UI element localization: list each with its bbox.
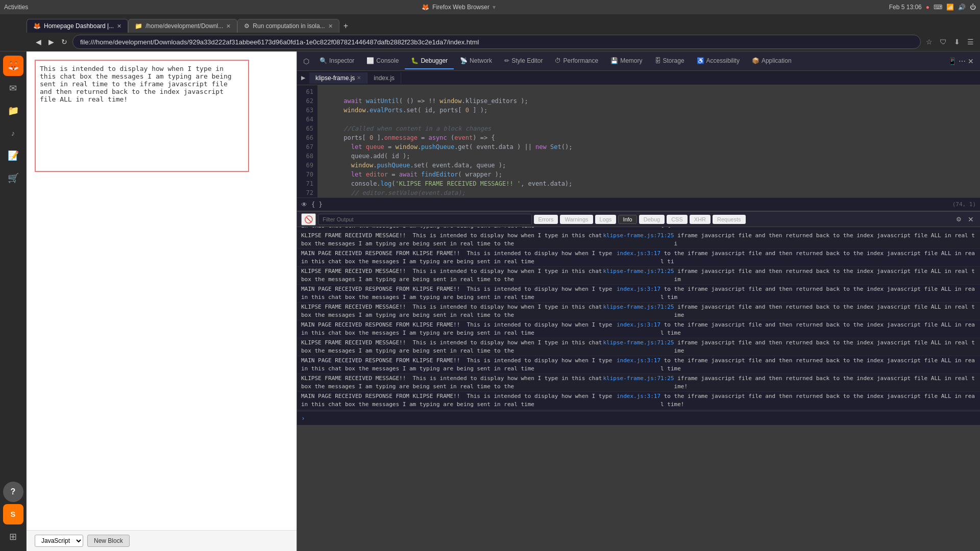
inspector-icon: 🔍	[320, 57, 327, 64]
console-tab-errors[interactable]: Errors	[534, 215, 558, 224]
console-close-icon[interactable]: ✕	[966, 214, 976, 224]
devtools-pick-icon[interactable]: ⬡	[299, 57, 313, 65]
application-icon: 📦	[752, 57, 760, 64]
new-block-button[interactable]: New Block	[87, 535, 130, 547]
language-select[interactable]: JavaScript	[35, 535, 83, 547]
firefox-icon: 🦊	[422, 4, 429, 11]
wifi-icon: 📶	[946, 4, 954, 11]
console-line: MAIN PAGE RECEIVED RESPONSE FROM KLIPSE …	[297, 285, 980, 303]
sidebar-icon-grid[interactable]: ⊞	[3, 527, 23, 547]
devtools-console-panel: 🚫 Errors Warnings Logs Info Debug CSS XH…	[297, 211, 980, 425]
download-icon[interactable]: ⬇	[952, 37, 962, 47]
source-tab-klipse[interactable]: klipse-frame.js ✕	[309, 72, 368, 84]
devtools-close-icon[interactable]: ✕	[968, 57, 974, 65]
tab-devtools[interactable]: 📁 /home/development/Downl... ✕	[128, 19, 237, 33]
tab-run[interactable]: ⚙ Run computation in isola... ✕	[237, 19, 339, 33]
console-tab-logs[interactable]: Logs	[595, 215, 617, 224]
devtools-tab-console[interactable]: ⬜ Console	[360, 53, 405, 69]
tab-homepage[interactable]: 🦊 Homepage Dashboard |... ✕	[27, 19, 128, 33]
console-source-link[interactable]: klipse-frame.js:71:25	[603, 374, 674, 383]
devtools-responsive-icon[interactable]: 📱	[948, 57, 957, 65]
console-tab-warnings[interactable]: Warnings	[560, 215, 593, 224]
console-line: MAIN PAGE RECEIVED RESPONSE FROM KLIPSE …	[297, 249, 980, 267]
devtools-tab-performance[interactable]: ⏱ Performance	[549, 53, 604, 69]
back-button[interactable]: ◀	[34, 37, 43, 47]
source-tab-index[interactable]: index.js	[368, 72, 401, 84]
source-toggle[interactable]: ▶	[297, 72, 309, 83]
console-clear-button[interactable]: 🚫	[301, 213, 316, 226]
menu-icon[interactable]: ☰	[965, 37, 976, 47]
devtools-tab-accessibility[interactable]: ♿ Accessibility	[691, 53, 746, 69]
forward-button[interactable]: ▶	[46, 37, 56, 47]
code-content: await waitUntil( () => !! window.klipse_…	[317, 85, 980, 197]
sidebar-icon-mail[interactable]: ✉	[3, 78, 23, 98]
code-line-65: //Called when content in a block changes	[322, 124, 976, 133]
reload-button[interactable]: ↻	[59, 37, 69, 47]
sidebar-icon-help[interactable]: ?	[3, 482, 23, 502]
devtools-tab-network[interactable]: 📡 Network	[454, 53, 498, 69]
console-source-link[interactable]: klipse-frame.js:71:25	[603, 267, 674, 276]
console-source-link[interactable]: klipse-frame.js:71:25	[603, 232, 674, 240]
console-tab-css[interactable]: CSS	[667, 215, 688, 224]
devtools-tab-storage[interactable]: 🗄 Storage	[649, 53, 691, 69]
console-source-link[interactable]: index.js:3:17	[617, 392, 660, 400]
code-line-69: window.pushQueue.set( event.data, queue …	[322, 161, 976, 170]
url-bar[interactable]	[72, 35, 921, 49]
accessibility-icon: ♿	[697, 57, 704, 64]
console-toolbar: 🚫 Errors Warnings Logs Info Debug CSS XH…	[297, 212, 980, 227]
devtools-tab-memory[interactable]: 💾 Memory	[604, 53, 648, 69]
console-input[interactable]	[308, 415, 976, 422]
console-source-link[interactable]: index.js:3:17	[617, 285, 660, 293]
devtools-tab-debugger[interactable]: 🐛 Debugger	[405, 53, 454, 69]
tab-close-2[interactable]: ✕	[226, 23, 231, 30]
tab-close-1[interactable]: ✕	[117, 23, 121, 30]
console-source-link[interactable]: klipse-frame.js:71:25	[603, 339, 674, 347]
console-settings-icon[interactable]: ⚙	[954, 215, 964, 224]
watch-icon[interactable]: 👁	[301, 201, 307, 208]
sidebar-icon-firefox[interactable]: 🦊	[3, 56, 23, 76]
code-line-62: await waitUntil( () => !! window.klipse_…	[322, 96, 976, 106]
style-icon: ✏	[504, 57, 509, 64]
sidebar-icon-software[interactable]: 🛒	[3, 168, 23, 188]
console-source-link[interactable]: index.js:3:17	[617, 249, 660, 258]
console-tab-xhr[interactable]: XHR	[690, 215, 710, 224]
sidebar-icon-notes[interactable]: 📝	[3, 145, 23, 166]
console-input-bar: ›	[297, 411, 980, 425]
shield-icon[interactable]: 🛡	[938, 37, 949, 47]
bookmark-icon[interactable]: ☆	[924, 37, 935, 47]
tab-close-3[interactable]: ✕	[328, 23, 333, 30]
console-tab-info[interactable]: Info	[618, 215, 636, 224]
sidebar-icon-music[interactable]: ♪	[3, 123, 23, 143]
console-source-link[interactable]: index.js:3:17	[617, 321, 660, 329]
sidebar-icon-files[interactable]: 📁	[3, 101, 23, 121]
datetime-label: Feb 5 13:06	[889, 4, 922, 11]
console-tab-debug[interactable]: Debug	[639, 215, 665, 224]
console-tab-requests[interactable]: Requests	[713, 215, 745, 224]
volume-icon: 🔊	[958, 4, 966, 11]
devtools-panel: ⬡ 🔍 Inspector ⬜ Console 🐛 Debugger 📡 Net…	[297, 52, 980, 551]
console-line: KLIPSE FRAME RECEIVED MESSAGE!! This is …	[297, 303, 980, 320]
console-source-link[interactable]: klipse-frame.js:71:25	[603, 303, 674, 311]
code-line-72: // editor.setValue(event.data);	[322, 188, 976, 197]
console-prompt-icon: ›	[301, 414, 305, 422]
devtools-more-icon[interactable]: ⋯	[959, 57, 966, 65]
console-line: KLIPSE FRAME RECEIVED MESSAGE!! This is …	[297, 338, 980, 356]
console-icon: ⬜	[366, 57, 374, 64]
new-tab-button[interactable]: +	[339, 19, 352, 33]
devtools-tab-inspector[interactable]: 🔍 Inspector	[313, 53, 360, 69]
keyboard-icon: ⌨	[934, 4, 942, 11]
console-filter-input[interactable]	[318, 214, 532, 225]
devtools-tab-application[interactable]: 📦 Application	[746, 53, 798, 69]
editor-textarea[interactable]: This is intended to display how when I t…	[35, 60, 249, 172]
activities-label[interactable]: Activities	[4, 4, 28, 11]
console-source-link[interactable]: index.js:3:17	[617, 357, 660, 365]
recording-dot: ●	[926, 4, 929, 11]
code-line-68: queue.add( id );	[322, 152, 976, 161]
sidebar-icon-dev[interactable]: S	[3, 504, 23, 524]
network-icon: 📡	[460, 57, 468, 64]
source-tab-close-klipse[interactable]: ✕	[357, 75, 361, 81]
nav-icons: ☆ 🛡 ⬇ ☰	[924, 37, 976, 47]
eval-bar: 👁 { } (74, 1)	[297, 197, 980, 211]
devtools-tab-style[interactable]: ✏ Style Editor	[498, 53, 549, 69]
console-line: KLIPSE FRAME RECEIVED MESSAGE!! This is …	[297, 231, 980, 249]
